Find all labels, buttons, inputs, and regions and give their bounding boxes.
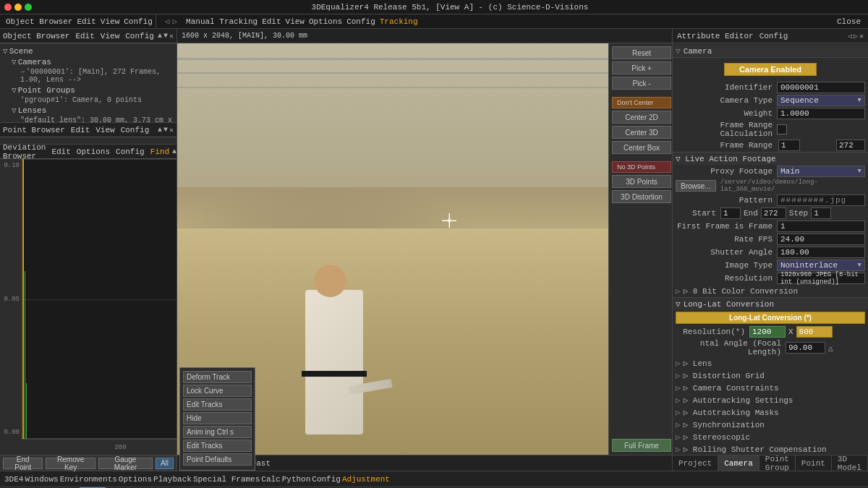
db-menu-options[interactable]: Options — [77, 147, 110, 156]
no-3d-points-btn[interactable]: No 3D Points — [612, 161, 671, 173]
proxy-footage-select[interactable]: Main ▼ — [777, 166, 865, 177]
tree-cameras[interactable]: ▽Cameras — [3, 56, 174, 67]
frame-range-calc-checkbox[interactable] — [777, 124, 787, 134]
camera-constraints-section[interactable]: ▷ ▷ Camera Constraints — [673, 382, 868, 394]
center-2d-btn[interactable]: Center 2D — [612, 111, 671, 124]
bm-special-frames[interactable]: Special Frames — [193, 475, 260, 484]
menu-view-ob[interactable]: View — [101, 17, 119, 26]
reset-btn[interactable]: Reset — [612, 46, 671, 59]
long-lat-btn[interactable]: Long-Lat Conversion (*) — [676, 312, 865, 324]
tree-lenses[interactable]: ▽Lenses — [3, 105, 174, 116]
identifier-value[interactable]: 00000001 — [777, 82, 865, 93]
popup-lock-curve[interactable]: Lock Curve — [183, 385, 252, 397]
bm-adjustment-active[interactable]: Adjustment — [342, 475, 390, 484]
ob-close-btn[interactable]: ✕ — [169, 32, 174, 40]
popup-deform-track[interactable]: Deform Track — [183, 371, 252, 383]
ob-menu-edit[interactable]: Edit — [75, 32, 94, 40]
bm-playback[interactable]: Playback — [153, 475, 192, 484]
popup-edit-tracks-1[interactable]: Edit Tracks — [183, 398, 252, 411]
pb-down-btn[interactable]: ▼ — [163, 126, 168, 134]
step-value[interactable]: 1 — [811, 207, 831, 219]
attr-config-menu[interactable]: Config — [760, 32, 788, 40]
bm-3de4[interactable]: 3DE4 — [4, 475, 23, 484]
bm-options[interactable]: Options — [119, 475, 152, 484]
tree-pgroup1[interactable]: 'pgroup#1': Camera, 0 points — [3, 95, 174, 105]
bm-environments[interactable]: Environments — [60, 475, 117, 484]
center-3d-btn[interactable]: Center 3D — [612, 126, 671, 139]
attr-prev-btn[interactable]: ◁ — [848, 32, 852, 40]
image-type-select[interactable]: Noninterlace ▼ — [777, 260, 865, 271]
menu-tracking-active[interactable]: Tracking — [380, 17, 418, 26]
pick-plus-btn[interactable]: Pick + — [612, 61, 671, 74]
frame-range-start[interactable]: 1 — [778, 140, 800, 151]
browse-btn[interactable]: Browse... — [676, 180, 716, 192]
gauge-marker-btn[interactable]: Gauge Marker — [98, 458, 153, 469]
tree-camera1[interactable]: →'00000001': [Main], 272 Frames, 1.00, L… — [3, 67, 174, 85]
pb-menu-config[interactable]: Config — [121, 126, 150, 134]
weight-value[interactable]: 1.0000 — [777, 108, 865, 119]
tab-camera[interactable]: Camera — [718, 455, 760, 471]
ll-res-y-input[interactable]: 800 — [796, 326, 833, 338]
menu-config-ob[interactable]: Config — [124, 17, 153, 26]
dont-center-btn[interactable]: Don't Center — [612, 97, 671, 108]
tab-3d-model[interactable]: 3D Model — [832, 455, 868, 471]
bm-windows[interactable]: Windows — [25, 475, 58, 484]
lens-section[interactable]: ▷ ▷ Lens — [673, 357, 868, 369]
tab-point-group[interactable]: Point Group — [760, 455, 796, 471]
tree-point-groups[interactable]: ▽Point Groups — [3, 85, 174, 95]
db-menu-edit[interactable]: Edit — [51, 147, 70, 156]
menu-object-browser[interactable]: Object Browser — [6, 17, 72, 26]
menu-edit-ob[interactable]: Edit — [77, 17, 95, 26]
popup-point-defaults[interactable]: Point Defaults — [183, 453, 252, 466]
start-value[interactable]: 1 — [720, 207, 741, 219]
all-btn[interactable]: All — [156, 458, 174, 469]
camera-enabled-btn[interactable]: Camera Enabled — [724, 63, 817, 76]
pb-close-btn[interactable]: ✕ — [169, 126, 174, 134]
db-find-label[interactable]: Find — [150, 147, 169, 156]
rolling-shutter-section[interactable]: ▷ ▷ Rolling Shutter Compensation — [673, 443, 868, 455]
popup-anim-ctrl[interactable]: Anim ing Ctrl s — [183, 426, 252, 438]
ob-up-btn[interactable]: ▲ — [158, 32, 162, 40]
tree-scene[interactable]: ▽Scene — [3, 46, 174, 56]
camera-type-select[interactable]: Sequence ▼ — [777, 95, 865, 106]
points-3d-btn[interactable]: 3D Points — [612, 175, 671, 188]
ob-down-btn[interactable]: ▼ — [163, 32, 168, 40]
attr-next-btn[interactable]: ▷ — [854, 32, 858, 40]
pick-minus-btn[interactable]: Pick - — [612, 77, 671, 90]
tab-project[interactable]: Project — [673, 455, 718, 471]
distortion-grid-section[interactable]: ▷ ▷ Distortion Grid — [673, 369, 868, 382]
ll-res-x-input[interactable]: 1200 — [749, 326, 786, 338]
pb-menu-view[interactable]: View — [95, 126, 114, 134]
rate-fps-value[interactable]: 24.00 — [777, 234, 865, 245]
pattern-value-display[interactable]: ########.jpg — [777, 194, 865, 206]
minimize-traffic-light[interactable] — [14, 4, 22, 11]
menu-config-vp[interactable]: Config — [346, 17, 375, 26]
maximize-traffic-light[interactable] — [25, 4, 32, 11]
ob-menu-config[interactable]: Config — [125, 32, 154, 40]
long-lat-section[interactable]: ▽Long-Lat Conversion — [673, 297, 868, 310]
end-value[interactable]: 272 — [761, 207, 786, 219]
bm-python[interactable]: Python — [282, 475, 311, 484]
remove-key-btn[interactable]: Remove Key — [46, 458, 95, 469]
ll-angle-value[interactable]: 90.00 — [786, 342, 825, 354]
bm-config[interactable]: Config — [312, 475, 341, 484]
menu-manual-tracking[interactable]: Manual Tracking — [186, 17, 258, 26]
shutter-angle-value[interactable]: 180.00 — [777, 247, 865, 258]
stereoscopic-section[interactable]: ▷ ▷ Stereoscopic — [673, 431, 868, 443]
pb-up-btn[interactable]: ▲ — [158, 126, 162, 134]
menu-view-vp[interactable]: View — [286, 17, 305, 26]
center-box-btn[interactable]: Center Box — [612, 141, 671, 154]
color-conversion-item[interactable]: ▷ ▷ 8 Bit Color Conversion — [673, 285, 868, 297]
first-frame-value[interactable]: 1 — [777, 221, 865, 232]
autotracking-settings-section[interactable]: ▷ ▷ Autotracking Settings — [673, 394, 868, 406]
live-action-section[interactable]: ▽ Live Action Footage — [673, 152, 868, 165]
pb-menu-edit[interactable]: Edit — [71, 126, 90, 134]
distortion-3d-btn[interactable]: 3D Distortion — [612, 190, 671, 203]
synchronization-section[interactable]: ▷ ▷ Synchronization — [673, 419, 868, 431]
menu-edit-vp[interactable]: Edit — [262, 17, 281, 26]
bm-calc[interactable]: Calc — [261, 475, 280, 484]
frame-range-end[interactable]: 272 — [836, 140, 865, 151]
popup-hide[interactable]: Hide — [183, 412, 252, 424]
db-up-btn[interactable]: ▲ — [172, 147, 176, 156]
camera-section-header[interactable]: ▽ Camera — [673, 45, 868, 58]
